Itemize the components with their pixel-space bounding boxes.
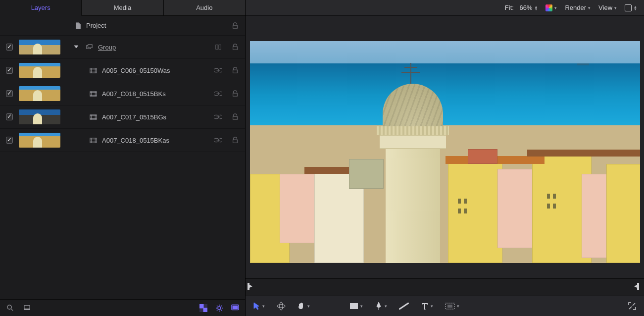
search-icon[interactable] bbox=[6, 304, 14, 312]
layer-row[interactable]: A007_C017_0515BGs bbox=[0, 105, 245, 129]
preview-canvas[interactable] bbox=[250, 41, 640, 263]
frame-icon[interactable] bbox=[23, 304, 31, 312]
link-icon[interactable] bbox=[214, 90, 222, 98]
view-menu[interactable]: View ▾ bbox=[598, 4, 617, 11]
layers-panel: Layers Media Audio Project bbox=[0, 0, 246, 316]
layout-menu[interactable]: ▲▼ bbox=[625, 4, 637, 11]
stepper-icon[interactable]: ▲▼ bbox=[634, 5, 637, 10]
sidebar-tabs: Layers Media Audio bbox=[0, 0, 245, 16]
svg-rect-2 bbox=[216, 45, 218, 50]
svg-point-18 bbox=[280, 302, 283, 310]
render-menu[interactable]: Render ▾ bbox=[565, 4, 591, 11]
mini-timeline[interactable] bbox=[246, 278, 644, 296]
filmstrip-icon bbox=[89, 90, 97, 98]
layer-row[interactable]: A005_C006_05150Was bbox=[0, 59, 245, 82]
lock-icon[interactable] bbox=[231, 66, 239, 74]
svg-rect-12 bbox=[199, 304, 203, 308]
layer-name[interactable]: A007_C017_0515BGs bbox=[102, 113, 210, 121]
lock-icon[interactable] bbox=[231, 90, 239, 98]
color-channel-menu[interactable]: ▾ bbox=[545, 4, 557, 11]
fit-label: Fit: bbox=[505, 4, 514, 11]
svg-rect-1 bbox=[88, 44, 92, 48]
fullscreen-toggle[interactable] bbox=[628, 302, 636, 310]
link-icon[interactable] bbox=[214, 66, 222, 74]
lock-icon[interactable] bbox=[231, 22, 239, 30]
svg-rect-21 bbox=[447, 305, 452, 308]
svg-point-14 bbox=[218, 307, 221, 310]
chevron-down-icon: ▾ bbox=[385, 304, 387, 309]
group-label[interactable]: Group bbox=[98, 44, 210, 51]
disclosure-triangle-icon[interactable] bbox=[72, 43, 80, 51]
group-thumbnail bbox=[19, 40, 60, 54]
svg-rect-3 bbox=[219, 45, 221, 50]
fit-control[interactable]: Fit: 66% ▲▼ bbox=[505, 4, 538, 11]
link-icon[interactable] bbox=[214, 136, 222, 144]
checker-icon[interactable] bbox=[199, 304, 207, 312]
select-tool[interactable]: ▾ bbox=[253, 302, 265, 310]
layer-name[interactable]: A007_C018_0515BKs bbox=[102, 90, 210, 98]
text-tool[interactable]: ▾ bbox=[421, 302, 433, 310]
svg-point-8 bbox=[7, 305, 11, 309]
layer-row[interactable]: A007_C018_0515BKs bbox=[0, 82, 245, 105]
color-swatch-icon bbox=[545, 4, 552, 11]
layout-icon bbox=[625, 4, 632, 11]
layer-thumbnail bbox=[19, 63, 60, 78]
visibility-checkbox[interactable] bbox=[4, 137, 15, 144]
group-icon bbox=[85, 43, 93, 51]
svg-point-17 bbox=[277, 305, 285, 308]
stepper-icon[interactable]: ▲▼ bbox=[535, 5, 538, 10]
layer-thumbnail bbox=[19, 109, 60, 124]
visibility-checkbox[interactable] bbox=[4, 90, 15, 97]
lock-icon[interactable] bbox=[231, 43, 239, 51]
svg-rect-16 bbox=[233, 306, 238, 309]
chevron-down-icon: ▾ bbox=[614, 5, 617, 10]
chevron-down-icon: ▾ bbox=[554, 5, 557, 10]
3d-transform-tool[interactable] bbox=[277, 302, 286, 311]
visibility-checkbox[interactable] bbox=[4, 67, 15, 74]
filmstrip-icon bbox=[89, 113, 97, 121]
render-label: Render bbox=[565, 4, 586, 11]
canvas-area: Fit: 66% ▲▼ ▾ Render ▾ View ▾ ▲▼ bbox=[246, 0, 644, 316]
project-row[interactable]: Project bbox=[0, 16, 245, 36]
chevron-down-icon: ▾ bbox=[262, 304, 265, 309]
svg-rect-10 bbox=[24, 309, 29, 310]
layer-list: Project Group bbox=[0, 16, 245, 299]
layer-row[interactable]: A007_C018_0515BKas bbox=[0, 129, 245, 152]
lock-icon[interactable] bbox=[231, 113, 239, 121]
layer-name[interactable]: A005_C006_05150Was bbox=[102, 67, 210, 74]
canvas-toolbar: Fit: 66% ▲▼ ▾ Render ▾ View ▾ ▲▼ bbox=[246, 0, 644, 16]
rectangle-tool[interactable]: ▾ bbox=[349, 303, 363, 310]
pen-tool[interactable]: ▾ bbox=[375, 302, 387, 311]
pass-through-icon[interactable] bbox=[214, 43, 222, 51]
link-icon[interactable] bbox=[214, 113, 222, 121]
filmstrip-icon bbox=[89, 66, 97, 74]
gear-icon[interactable] bbox=[215, 304, 223, 312]
view-label: View bbox=[598, 4, 612, 11]
screen-icon[interactable] bbox=[231, 304, 239, 312]
layer-thumbnail bbox=[19, 86, 60, 101]
tab-layers[interactable]: Layers bbox=[0, 0, 82, 16]
visibility-checkbox[interactable] bbox=[4, 44, 15, 51]
mask-tool[interactable]: ▾ bbox=[445, 303, 459, 310]
chevron-down-icon: ▾ bbox=[457, 304, 459, 309]
tab-audio[interactable]: Audio bbox=[164, 0, 245, 16]
canvas-tools: ▾ ▾ ▾ ▾ ▾ bbox=[246, 296, 644, 316]
out-point-icon[interactable] bbox=[634, 283, 639, 290]
layer-thumbnail bbox=[19, 133, 60, 148]
chevron-down-icon: ▾ bbox=[431, 304, 433, 309]
pan-tool[interactable]: ▾ bbox=[297, 302, 310, 311]
paint-stroke-tool[interactable] bbox=[399, 303, 409, 310]
tab-media[interactable]: Media bbox=[82, 0, 163, 16]
svg-rect-13 bbox=[203, 308, 207, 312]
sidebar-footer bbox=[0, 299, 245, 316]
group-row[interactable]: Group bbox=[0, 36, 245, 59]
svg-rect-19 bbox=[350, 303, 358, 309]
layer-name[interactable]: A007_C018_0515BKas bbox=[102, 137, 210, 144]
visibility-checkbox[interactable] bbox=[4, 113, 15, 120]
in-point-icon[interactable] bbox=[248, 283, 252, 290]
lock-icon[interactable] bbox=[231, 136, 239, 144]
chevron-down-icon: ▾ bbox=[588, 5, 591, 10]
document-icon bbox=[74, 22, 82, 30]
filmstrip-icon bbox=[89, 136, 97, 144]
chevron-down-icon: ▾ bbox=[307, 304, 310, 309]
